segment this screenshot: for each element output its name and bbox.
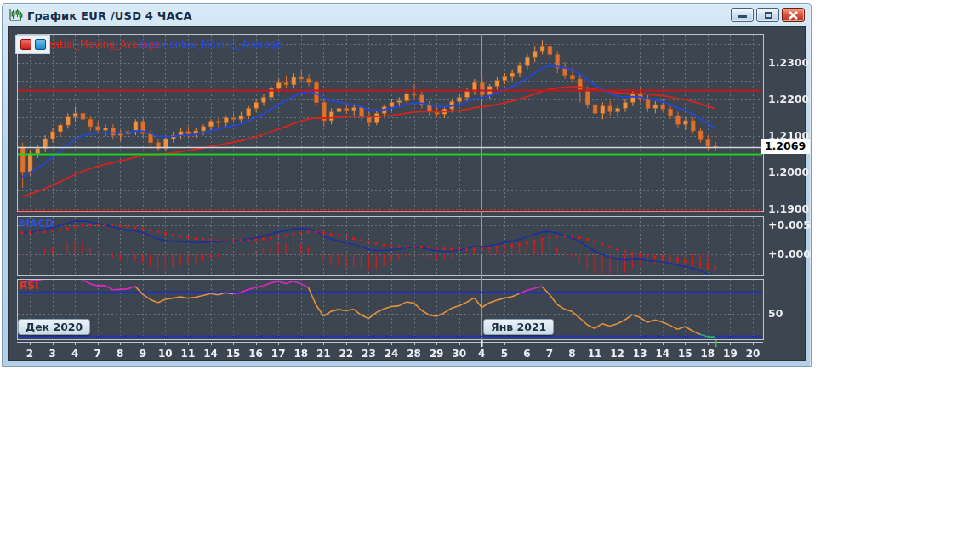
ema-blue-chip	[35, 39, 46, 50]
macd-panel-label: MACD	[20, 218, 54, 230]
month-marker-jan: Янв 2021	[483, 319, 554, 335]
price-axis-label: 1.2200	[768, 93, 809, 105]
time-axis-label: 7	[94, 348, 101, 360]
window-titlebar[interactable]: График EUR /USD 4 ЧАСА	[3, 4, 811, 26]
time-axis-label: 5	[501, 348, 508, 360]
minimize-button[interactable]	[731, 8, 754, 22]
window-title: График EUR /USD 4 ЧАСА	[27, 9, 192, 22]
time-axis-label: 4	[71, 348, 78, 360]
time-axis-label: 8	[568, 348, 575, 360]
rsi-panel-label: RSI	[20, 280, 38, 292]
time-axis-label: 2	[26, 348, 33, 360]
ema-red-chip	[20, 39, 31, 50]
time-axis-label: 29	[430, 348, 444, 360]
candlestick-chart-icon	[9, 9, 23, 22]
window-controls	[731, 8, 805, 22]
time-axis-label: 21	[316, 348, 331, 360]
time-axis-label: 3	[48, 348, 55, 360]
desktop: График EUR /USD 4 ЧАСА	[0, 0, 980, 551]
time-axis-label: 7	[546, 348, 553, 360]
macd-axis-label: +0.005	[768, 219, 811, 231]
time-axis-label: 10	[158, 348, 173, 360]
macd-axis-label: +0.000	[768, 247, 811, 260]
time-axis-label: 23	[362, 348, 376, 360]
time-axis-label: 18	[701, 348, 715, 360]
time-axis-label: 11	[588, 348, 602, 360]
legend-ema-fast: Exponential_Moving_Average	[139, 38, 282, 50]
time-axis-label: 14	[203, 348, 218, 360]
price-axis-label: 1.2000	[768, 166, 809, 179]
time-axis-label: 18	[293, 348, 308, 360]
minimize-icon	[738, 15, 747, 18]
time-axis-label: 17	[271, 348, 286, 360]
time-axis-label: 11	[181, 348, 196, 360]
time-axis-label: 24	[385, 348, 399, 360]
close-icon	[788, 11, 799, 20]
rsi-axis-label: 50	[768, 307, 783, 320]
time-axis-label: 19	[723, 348, 738, 360]
legend-chip-box[interactable]	[15, 35, 50, 54]
time-axis-label: 8	[117, 348, 123, 360]
close-button[interactable]	[782, 8, 805, 22]
time-axis-label: 6	[523, 348, 530, 360]
time-axis-label: 30	[452, 348, 466, 360]
price-axis-label: 1.1900	[768, 202, 809, 215]
time-axis-label: 15	[226, 348, 241, 360]
time-axis-label: 12	[610, 348, 624, 360]
time-axis-label: 20	[746, 348, 761, 360]
time-axis-label: 22	[339, 348, 354, 360]
price-axis-label: 1.2300	[768, 56, 809, 69]
time-axis-label: 4	[478, 348, 485, 360]
time-axis-label: 16	[248, 348, 263, 360]
current-price-tag: 1.2069	[761, 139, 810, 154]
time-axis-label: 28	[407, 348, 421, 360]
month-marker-dec: Дек 2020	[18, 319, 90, 335]
maximize-icon	[765, 12, 772, 19]
maximize-button[interactable]	[756, 8, 779, 22]
chart-client-area: Exponential_Moving_Average Exponential_M…	[8, 26, 806, 361]
chart-canvas[interactable]	[9, 27, 808, 363]
time-axis-label: 15	[678, 348, 692, 360]
time-axis-label: 14	[655, 348, 669, 360]
time-axis-label: 13	[633, 348, 647, 360]
time-axis-label: 9	[140, 348, 146, 360]
chart-window: График EUR /USD 4 ЧАСА	[2, 3, 812, 367]
